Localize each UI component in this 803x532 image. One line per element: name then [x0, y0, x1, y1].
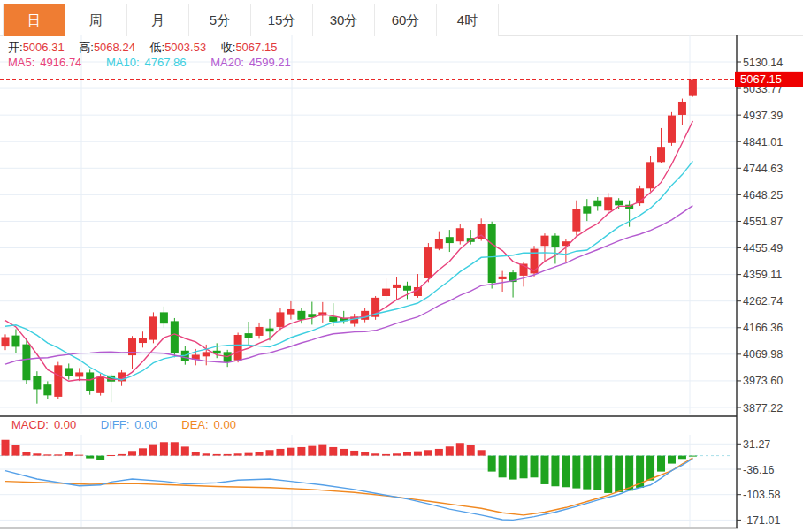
svg-text:4069.98: 4069.98	[743, 348, 783, 361]
svg-text:31.27: 31.27	[743, 438, 770, 451]
svg-text:4166.36: 4166.36	[743, 322, 783, 334]
ma-legend-row: MA5:4916.74 MA10:4767.86 MA20:4599.21	[8, 56, 296, 69]
svg-text:4262.74: 4262.74	[743, 295, 783, 308]
current-price-tag: 5067.15	[735, 72, 803, 87]
ma20-value: 4599.21	[249, 56, 291, 69]
ma5-label: MA5:	[8, 56, 34, 69]
low-value: 5003.53	[164, 41, 206, 54]
svg-text:4744.63: 4744.63	[743, 163, 783, 175]
candlestick-chart[interactable]: 5130.145033.774937.394841.014744.634648.…	[0, 0, 803, 532]
chart-application: 日周月5分15分30分60分4时 开:5006.31 高:5068.24 低:5…	[0, 0, 803, 532]
macd-value: 0.00	[54, 418, 76, 431]
dea-label: DEA:	[181, 418, 208, 431]
ma5-value: 4916.74	[40, 56, 81, 69]
svg-text:5130.14: 5130.14	[743, 57, 783, 69]
ma20-label: MA20:	[210, 56, 244, 69]
svg-text:5067.15: 5067.15	[740, 72, 782, 86]
svg-text:4551.87: 4551.87	[743, 216, 783, 228]
high-label: 高:	[79, 41, 94, 54]
main-chart-plot[interactable]	[0, 35, 737, 416]
close-value: 5067.15	[235, 41, 277, 54]
svg-text:4455.49: 4455.49	[743, 242, 783, 255]
high-value: 5068.24	[94, 41, 135, 54]
svg-text:4648.25: 4648.25	[743, 189, 783, 201]
svg-text:3973.60: 3973.60	[743, 375, 783, 387]
low-label: 低:	[150, 41, 165, 54]
ohlc-info-row: 开:5006.31 高:5068.24 低:5003.53 收:5067.15	[8, 40, 288, 56]
svg-text:3877.22: 3877.22	[743, 402, 783, 414]
svg-text:4841.01: 4841.01	[743, 136, 783, 148]
dea-value: 0.00	[214, 418, 236, 431]
macd-plot[interactable]	[0, 416, 737, 528]
open-value: 5006.31	[23, 41, 65, 54]
svg-text:4937.39: 4937.39	[743, 110, 783, 122]
svg-text:-171.01: -171.01	[743, 514, 780, 527]
ma10-label: MA10:	[106, 56, 140, 69]
close-label: 收:	[221, 41, 236, 54]
diff-value: 0.00	[134, 418, 157, 431]
svg-text:-36.16: -36.16	[743, 464, 774, 476]
y-axis-labels: 5130.145033.774937.394841.014744.634648.…	[737, 57, 783, 527]
macd-legend-row: MACD:0.00 DIFF:0.00 DEA:0.00	[11, 418, 241, 431]
open-label: 开:	[8, 41, 23, 54]
svg-text:4359.11: 4359.11	[743, 269, 782, 281]
svg-text:-103.58: -103.58	[743, 489, 780, 501]
macd-label: MACD:	[11, 418, 49, 431]
diff-label: DIFF:	[101, 418, 130, 431]
ma10-value: 4767.86	[145, 56, 187, 69]
